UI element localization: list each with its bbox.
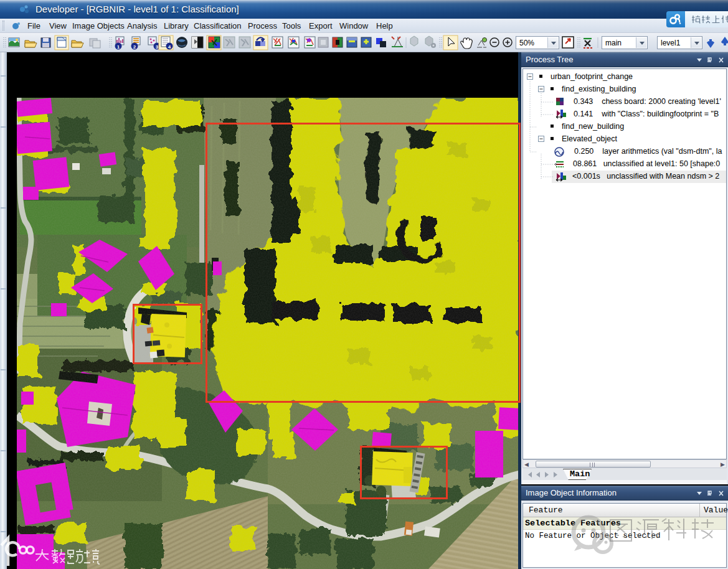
svg-text:4: 4 <box>168 44 171 50</box>
svg-text:2: 2 <box>133 44 136 50</box>
svg-text:1: 1 <box>117 44 120 50</box>
svg-text:3: 3 <box>156 44 159 50</box>
